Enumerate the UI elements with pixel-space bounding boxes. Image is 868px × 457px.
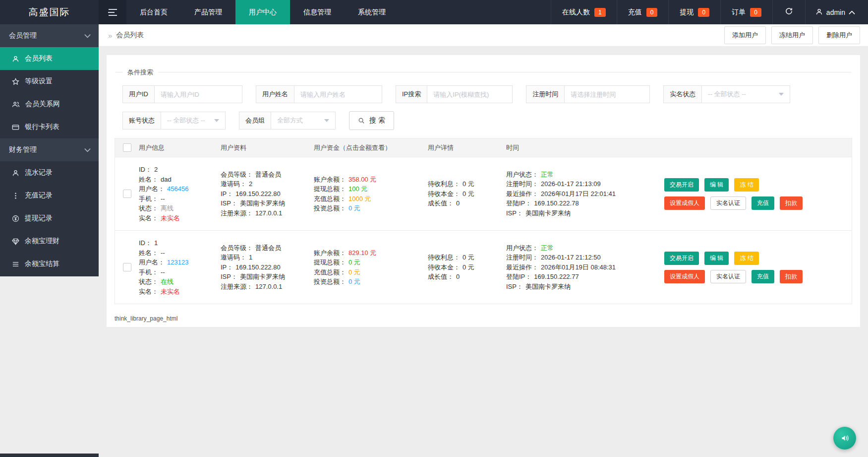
sidebar-toggle-button[interactable] (99, 0, 126, 24)
sidebar-item-withdraw-records[interactable]: 提现记录 (0, 207, 99, 230)
stat-label: 提现 (680, 8, 694, 17)
register-time-input[interactable] (565, 85, 650, 103)
search-field-user-name: 用户姓名 (256, 85, 382, 103)
ip-search-input[interactable] (427, 85, 513, 103)
sidebar-item-member-list[interactable]: 会员列表 (0, 47, 99, 70)
user-isp: ISP：美国南卡罗来纳 (221, 198, 314, 208)
user-id: ID：1 (139, 238, 221, 248)
select-value: -- 全部状态 -- (708, 90, 746, 99)
balance-link[interactable]: 829.10 元 (348, 249, 376, 257)
username-link[interactable]: 456456 (167, 185, 188, 193)
nav-tab-info[interactable]: 信息管理 (290, 0, 345, 24)
login-ip: 登陆IP：169.150.222.78 (506, 198, 661, 208)
sidebar-item-level-settings[interactable]: 等级设置 (0, 70, 99, 93)
member-level: 会员等级：普通会员 (221, 243, 314, 253)
sidebar-item-label: 银行卡列表 (25, 123, 59, 131)
sidebar-group-label: 会员管理 (9, 31, 37, 40)
stat-orders[interactable]: 订单 0 (720, 0, 772, 24)
trade-toggle-button[interactable]: 交易开启 (664, 178, 699, 192)
member-group-select[interactable]: 全部方式 (271, 112, 336, 130)
edit-button[interactable]: 编 辑 (704, 178, 729, 192)
stat-withdraw[interactable]: 提现 0 (668, 0, 720, 24)
recharge-button[interactable]: 充值 (752, 270, 774, 283)
freeze-user-button[interactable]: 冻结用户 (771, 26, 813, 44)
gem-icon (12, 238, 19, 245)
card-icon (12, 124, 19, 131)
nav-tab-products[interactable]: 产品管理 (181, 0, 235, 24)
col-header-user-info: 用户信息 (139, 143, 221, 152)
select-value: 全部方式 (277, 116, 303, 125)
sidebar-group-members[interactable]: 会员管理 (0, 24, 99, 47)
realname-verify-button[interactable]: 实名认证 (710, 196, 746, 210)
breadcrumb: » 会员列表 (108, 31, 144, 40)
sidebar-item-bank-cards[interactable]: 银行卡列表 (0, 116, 99, 138)
freeze-button[interactable]: 冻 结 (734, 178, 758, 192)
sidebar-item-label: 流水记录 (25, 168, 53, 177)
search-button[interactable]: 搜 索 (349, 111, 394, 130)
trade-toggle-button[interactable]: 交易开启 (664, 252, 699, 265)
invest-total: 投资总额：0 元 (314, 203, 428, 213)
sidebar-item-member-network[interactable]: 会员关系网 (0, 93, 99, 116)
sidebar-item-yuebao-settlement[interactable]: 余额宝结算 (0, 253, 99, 275)
realname-status-select[interactable]: -- 全部状态 -- (702, 85, 790, 103)
nav-tab-user-center[interactable]: 用户中心 (235, 0, 290, 24)
sidebar-item-yuebao-invest[interactable]: 余额宝理财 (0, 230, 99, 253)
recharge-button[interactable]: 充值 (752, 196, 774, 210)
last-action-time: 最近操作：2026年01月19日 08:48:31 (506, 262, 661, 272)
admin-menu[interactable]: admin (805, 0, 868, 24)
username-link[interactable]: 123123 (167, 259, 188, 266)
pending-interest: 待收利息：0 元 (428, 253, 506, 262)
user-username: 用户名：456456 (139, 184, 221, 194)
edit-button[interactable]: 编 辑 (704, 252, 729, 265)
growth-value: 成长值：0 (428, 198, 506, 208)
add-user-button[interactable]: 添加用户 (724, 26, 766, 44)
chevron-down-icon (84, 34, 91, 38)
user-id-input[interactable] (155, 85, 242, 103)
floating-sound-button[interactable] (833, 427, 856, 450)
nav-tab-home[interactable]: 后台首页 (126, 0, 181, 24)
invest-link[interactable]: 0 元 (348, 204, 360, 212)
user-name-input[interactable] (294, 85, 382, 103)
account-status-select[interactable]: -- 全部状态 -- (161, 112, 226, 130)
recharge-link[interactable]: 1000 元 (348, 195, 371, 202)
search-icon (358, 117, 365, 124)
hamburger-icon (109, 9, 117, 10)
set-fake-user-button[interactable]: 设置成假人 (664, 196, 705, 210)
withdraw-link[interactable]: 100 元 (348, 185, 367, 193)
search-field-user-id: 用户ID (122, 85, 242, 103)
deduct-button[interactable]: 扣款 (780, 270, 803, 283)
col-header-time: 时间 (506, 143, 661, 152)
user-icon (12, 55, 19, 63)
recharge-link[interactable]: 0 元 (348, 268, 360, 276)
refresh-button[interactable] (772, 0, 805, 24)
sidebar-item-flow-records[interactable]: 流水记录 (0, 161, 99, 184)
realname-verify-button[interactable]: 实名认证 (710, 270, 746, 283)
withdraw-link[interactable]: 0 元 (348, 259, 360, 266)
member-list-panel: 条件搜索 用户ID 用户姓名 IP搜索 (107, 55, 860, 327)
search-field-register-time: 注册时间 (526, 85, 650, 103)
invest-link[interactable]: 0 元 (348, 278, 360, 285)
sidebar-group-finance[interactable]: 财务管理 (0, 138, 99, 161)
user-realname-status: 实名：未实名 (139, 213, 221, 223)
set-fake-user-button[interactable]: 设置成假人 (664, 270, 705, 283)
stat-online-users[interactable]: 在线人数 1 (551, 0, 617, 24)
field-label: 实名状态 (663, 85, 702, 103)
balance-link[interactable]: 358.00 元 (348, 176, 376, 183)
row-checkbox[interactable] (123, 190, 131, 198)
search-button-label: 搜 索 (369, 116, 385, 125)
stat-recharge[interactable]: 充值 0 (617, 0, 669, 24)
user-username: 用户名：123123 (139, 258, 221, 267)
yen-circle-icon (12, 215, 19, 222)
topbar: 高盛国际 后台首页 产品管理 用户中心 信息管理 系统管理 在线人数 1 充值 … (0, 0, 868, 24)
user-status: 用户状态：正常 (506, 243, 661, 253)
nav-tab-system[interactable]: 系统管理 (345, 0, 399, 24)
sidebar-item-recharge-records[interactable]: 充值记录 (0, 184, 99, 207)
account-balance: 账户余额：829.10 元 (314, 248, 428, 258)
delete-user-button[interactable]: 删除用户 (818, 26, 860, 44)
row-checkbox[interactable] (123, 263, 131, 271)
search-field-account-status: 账号状态 -- 全部状态 -- (122, 112, 226, 130)
select-all-checkbox[interactable] (123, 143, 131, 152)
deduct-button[interactable]: 扣款 (780, 196, 803, 210)
field-label: 账号状态 (122, 112, 161, 130)
freeze-button[interactable]: 冻 结 (734, 252, 758, 265)
